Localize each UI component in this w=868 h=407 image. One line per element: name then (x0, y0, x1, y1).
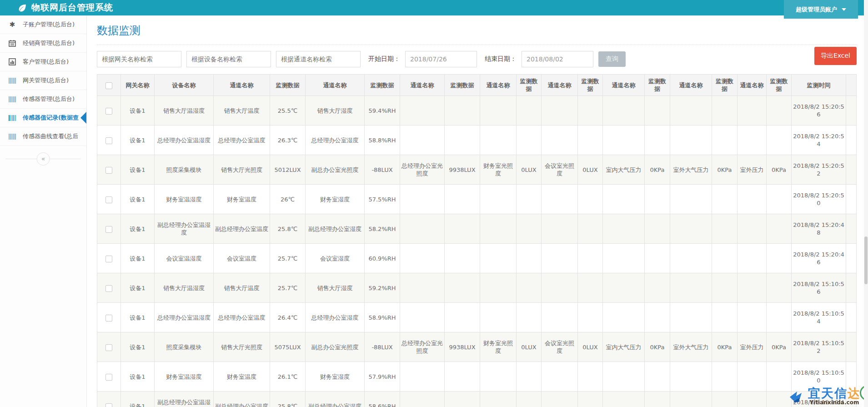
channel-name-cell (542, 185, 578, 214)
row-checkbox[interactable] (105, 344, 112, 351)
channel-value-cell: 26℃ (270, 185, 306, 214)
channel-name-cell (670, 244, 712, 273)
channel-name-cell: 室内大气压力 (603, 155, 645, 185)
sidebar-item-sensors[interactable]: 传感器管理(总后台) (0, 90, 86, 109)
barcode-icon (7, 115, 17, 121)
channel-name-cell (738, 244, 767, 273)
channel-value-cell (517, 185, 542, 214)
channel-value-cell (645, 362, 670, 392)
channel-value-cell (517, 96, 542, 126)
channel-name-cell: 室外大气压力 (670, 332, 712, 362)
sidebar-collapse-button[interactable]: « (37, 152, 50, 166)
channel-name-cell: 销售大厅湿度 (306, 96, 365, 126)
vertical-scrollbar[interactable] (864, 0, 868, 407)
table-row: 设备1财务室温湿度财务室温度26℃财务室湿度57.5%RH2018/8/2 15… (97, 185, 857, 214)
filter-bar: 开始日期： 结束日期： 查询 (97, 51, 857, 67)
column-header: 通道名称 (542, 75, 578, 96)
channel-name-cell (738, 362, 767, 392)
channel-name-cell (542, 303, 578, 332)
row-checkbox[interactable] (105, 137, 112, 144)
row-checkbox[interactable] (105, 374, 112, 381)
device-search-input[interactable] (186, 51, 271, 67)
monitoring-data-table: 网关名称设备名称通道名称监测数据通道名称监测数据通道名称监测数据通道名称监测数据… (97, 74, 857, 407)
row-checkbox[interactable] (105, 108, 112, 115)
watermark-brand: 宜天信达 (808, 387, 861, 399)
row-checkbox[interactable] (105, 226, 112, 233)
channel-value-cell (445, 185, 480, 214)
row-checkbox[interactable] (105, 315, 112, 322)
column-header: 通道名称 (480, 75, 517, 96)
channel-value-cell (578, 303, 603, 332)
select-all-checkbox[interactable] (105, 82, 112, 89)
channel-value-cell: 5075LUX (270, 332, 306, 362)
monitor-time-cell: 2018/8/2 15:10:56 (792, 273, 846, 303)
channel-name-cell: 销售大厅光照度 (214, 332, 270, 362)
column-header: 监测数据 (767, 75, 792, 96)
channel-name-cell (480, 303, 517, 332)
row-checkbox[interactable] (105, 403, 112, 407)
channel-value-cell (445, 126, 480, 155)
gateway-name-cell: 设备1 (121, 244, 155, 273)
channel-value-cell (445, 273, 480, 303)
monitor-time-cell: 2018/8/2 15:20:46 (792, 244, 846, 273)
channel-value-cell (578, 214, 603, 244)
column-header: 监测数据 (445, 75, 480, 96)
channel-name-cell (670, 185, 712, 214)
start-date-label: 开始日期： (368, 55, 400, 63)
channel-name-cell: 财务室光照度 (480, 332, 517, 362)
gateway-name-cell: 设备1 (121, 303, 155, 332)
channel-name-cell (542, 392, 578, 407)
empty-cell (846, 185, 857, 214)
sidebar: ✱ 子账户管理(总后台) 经销商管理(总后台) 客户管理(总后台) 网关管理(总… (0, 15, 87, 407)
monitor-time-cell: 2018/8/2 15:20:52 (792, 155, 846, 185)
watermark-logo-icon (788, 387, 806, 405)
account-menu-button[interactable]: 超级管理员账户 (784, 0, 858, 19)
channel-name-cell (480, 96, 517, 126)
channel-name-cell: 会议室光照度 (542, 332, 578, 362)
gateway-search-input[interactable] (97, 51, 181, 67)
channel-name-cell: 室内大气压力 (603, 332, 645, 362)
channel-name-cell (480, 214, 517, 244)
channel-value-cell (712, 303, 738, 332)
channel-name-cell: 副总经理办公室湿度 (306, 392, 365, 407)
sidebar-item-dealers[interactable]: 经销商管理(总后台) (0, 34, 86, 53)
device-name-cell: 总经理办公室温湿度 (155, 126, 214, 155)
channel-value-cell (767, 244, 792, 273)
channel-value-cell: 58.6%RH (365, 392, 400, 407)
channel-name-cell: 会议室湿度 (306, 244, 365, 273)
channel-value-cell (712, 362, 738, 392)
column-header: 监测数据 (517, 75, 542, 96)
table-row: 设备1副总经理办公室温湿度副总经理办公室温度25.8℃副总经理办公室湿度58.6… (97, 392, 857, 407)
empty-cell (846, 303, 857, 332)
channel-name-cell (542, 96, 578, 126)
row-checkbox[interactable] (105, 285, 112, 292)
channel-value-cell: 0LUX (578, 332, 603, 362)
row-checkbox[interactable] (105, 167, 112, 174)
end-date-input[interactable] (522, 51, 593, 67)
column-header: 通道名称 (603, 75, 645, 96)
start-date-input[interactable] (405, 51, 477, 67)
scrollbar-thumb[interactable] (864, 236, 868, 284)
channel-value-cell (712, 185, 738, 214)
sidebar-item-gateways[interactable]: 网关管理(总后台) (0, 71, 86, 90)
channel-value-cell: 0KPa (645, 155, 670, 185)
channel-name-cell (480, 273, 517, 303)
column-header: 设备名称 (155, 75, 214, 96)
gateway-name-cell: 设备1 (121, 126, 155, 155)
sidebar-item-sub-accounts[interactable]: ✱ 子账户管理(总后台) (0, 15, 86, 34)
query-button[interactable]: 查询 (598, 51, 626, 67)
row-checkbox[interactable] (105, 256, 112, 262)
channel-value-cell (517, 244, 542, 273)
row-checkbox[interactable] (105, 196, 112, 203)
channel-value-cell: 0LUX (517, 332, 542, 362)
channel-value-cell (767, 303, 792, 332)
channel-value-cell (578, 96, 603, 126)
empty-cell (846, 244, 857, 273)
sidebar-item-sensor-records[interactable]: 传感器值记录(数据查 (0, 109, 86, 127)
channel-search-input[interactable] (276, 51, 361, 67)
sidebar-item-sensor-curves[interactable]: 传感器曲线查看(总后 (0, 127, 86, 146)
channel-name-cell: 副总经理办公室温度 (214, 214, 270, 244)
export-excel-button[interactable]: 导出Excel (814, 47, 857, 65)
table-row: 设备1销售大厅温湿度销售大厅温度25.7℃销售大厅湿度59.2%RH2018/8… (97, 273, 857, 303)
sidebar-item-customers[interactable]: 客户管理(总后台) (0, 53, 86, 71)
